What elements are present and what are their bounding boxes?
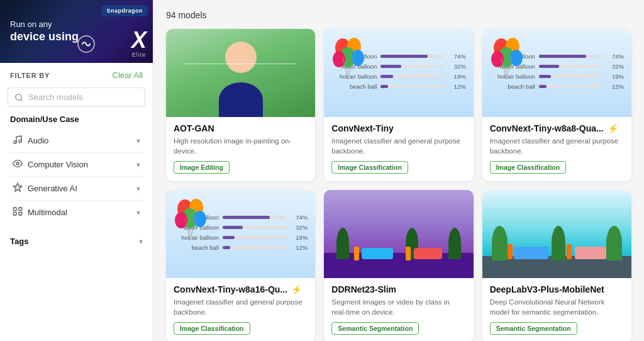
model-card-deeplabv3[interactable]: DeepLabV3-Plus-MobileNet Deep Convolutio… <box>482 190 631 341</box>
city-tree-1 <box>336 228 349 259</box>
card-desc-ddrnet23: Segment images or video by class in real… <box>331 297 465 317</box>
cv-item-left: Computer Vision <box>13 159 88 170</box>
card-image-convnext-tiny: balloon 74% water balloon 32% hot air ba… <box>324 29 473 117</box>
audio-label: Audio <box>28 136 48 145</box>
svg-rect-9 <box>13 212 16 215</box>
tag-semantic-seg-1[interactable]: Semantic Segmentation <box>331 322 419 335</box>
generative-ai-icon <box>13 182 23 194</box>
search-icon <box>14 93 23 102</box>
snapdragon-badge: Snapdragon <box>101 5 148 16</box>
card-image-convnext-tiny-w8a16: balloon 74% water balloon 32% hot air ba… <box>166 190 315 278</box>
card-title-convnext-tiny: ConvNext-Tiny <box>331 123 465 133</box>
card-title-text: ConvNext-Tiny <box>331 123 394 133</box>
sidebar-item-computer-vision[interactable]: Computer Vision ▾ <box>8 153 145 177</box>
card-body-convnext-tiny: ConvNext-Tiny Imagenet classifier and ge… <box>324 117 473 181</box>
audio-item-left: Audio <box>13 135 48 147</box>
card-title-text: DeepLabV3-Plus-MobileNet <box>490 284 604 294</box>
sidebar-item-multimodal[interactable]: Multimodal ▾ <box>8 201 145 224</box>
svg-rect-10 <box>19 212 22 215</box>
card-body-convnext-tiny-w8a8: ConvNext-Tiny-w8a8-Qua... ⚡ Imagenet cla… <box>482 117 631 181</box>
sidebar-item-generative-ai[interactable]: Generative AI ▾ <box>8 177 145 201</box>
card-title-convnext-tiny-w8a8: ConvNext-Tiny-w8a8-Qua... ⚡ <box>490 123 624 133</box>
card-title-text: ConvNext-Tiny-w8a8-Qua... <box>490 123 604 133</box>
search-input[interactable] <box>28 92 138 102</box>
audio-icon <box>13 135 23 147</box>
main-content: 94 models AOT-GAN High resolution image … <box>153 0 644 341</box>
street-car-1 <box>514 247 548 259</box>
cv-chevron-icon: ▾ <box>136 160 140 169</box>
city-scene <box>324 190 473 278</box>
tag-image-editing[interactable]: Image Editing <box>174 161 230 174</box>
card-title-text: ConvNext-Tiny-w8a16-Qu... <box>174 284 287 294</box>
tag-image-classification-2[interactable]: Image Classification <box>490 161 567 174</box>
city-person-2 <box>406 247 411 260</box>
card-title-text: AOT-GAN <box>174 123 214 133</box>
snapdragon-x-letter: X <box>131 29 147 52</box>
card-desc-aot-gan: High resolution image in-painting on-dev… <box>174 136 308 156</box>
model-card-convnext-tiny-w8a8[interactable]: balloon 74% water balloon 32% hot air ba… <box>482 29 631 181</box>
filter-label: FILTER BY <box>10 72 50 79</box>
computer-vision-icon <box>13 159 23 170</box>
svg-point-5 <box>16 162 19 165</box>
model-card-convnext-tiny[interactable]: balloon 74% water balloon 32% hot air ba… <box>324 29 473 181</box>
card-body-aot-gan: AOT-GAN High resolution image in-paintin… <box>166 117 315 181</box>
banner[interactable]: Run on any device using Snapdragon X Eli… <box>0 0 153 63</box>
card-body-ddrnet23: DDRNet23-Slim Segment images or video by… <box>324 278 473 341</box>
clear-all-button[interactable]: Clear All <box>113 70 143 80</box>
lightning-icon-2: ⚡ <box>291 284 302 294</box>
balloon-visual-2 <box>489 35 526 98</box>
street-tree-3 <box>606 226 622 260</box>
portrait-bg <box>166 29 315 117</box>
multimodal-chevron-icon: ▾ <box>136 208 140 217</box>
domain-title: Domain/Use Case <box>8 115 145 124</box>
sidebar: Run on any device using Snapdragon X Eli… <box>0 0 153 341</box>
snapdragon-logo-icon <box>76 34 96 54</box>
models-grid: AOT-GAN High resolution image in-paintin… <box>166 29 631 341</box>
svg-point-1 <box>16 94 21 99</box>
svg-rect-7 <box>13 208 16 211</box>
generative-ai-label: Generative AI <box>28 184 77 193</box>
sidebar-item-audio[interactable]: Audio ▾ <box>8 129 145 153</box>
balloon-visual <box>330 35 368 98</box>
city-tree-3 <box>448 228 461 259</box>
city-car-2 <box>414 248 442 259</box>
person-head <box>225 42 257 73</box>
card-body-convnext-tiny-w8a16: ConvNext-Tiny-w8a16-Qu... ⚡ Imagenet cla… <box>166 278 315 341</box>
street-scene <box>482 190 631 278</box>
multimodal-icon <box>13 206 23 218</box>
multimodal-label: Multimodal <box>28 208 67 217</box>
snapdragon-elite-label: Elite <box>132 52 147 58</box>
street-person-1 <box>508 244 513 259</box>
card-title-aot-gan: AOT-GAN <box>174 123 308 133</box>
search-box[interactable] <box>8 87 145 107</box>
tag-image-classification-3[interactable]: Image Classification <box>174 322 250 335</box>
tag-semantic-seg-2[interactable]: Semantic Segmentation <box>490 322 577 335</box>
card-body-deeplabv3: DeepLabV3-Plus-MobileNet Deep Convolutio… <box>482 278 631 341</box>
model-card-convnext-tiny-w8a16[interactable]: balloon 74% water balloon 32% hot air ba… <box>166 190 315 341</box>
filter-section: FILTER BY Clear All <box>0 63 153 85</box>
tag-image-classification-1[interactable]: Image Classification <box>331 161 408 174</box>
snapdragon-x-section: X Elite <box>131 29 147 58</box>
city-car-1 <box>362 248 393 259</box>
model-card-aot-gan[interactable]: AOT-GAN High resolution image in-paintin… <box>166 29 315 181</box>
tags-header[interactable]: Tags ▾ <box>8 232 145 251</box>
card-image-ddrnet23 <box>324 190 473 278</box>
lightning-icon: ⚡ <box>608 123 618 133</box>
models-count: 94 models <box>166 10 631 20</box>
computer-vision-label: Computer Vision <box>28 160 88 169</box>
domain-section: Domain/Use Case Audio ▾ Computer V <box>0 115 153 224</box>
person-body <box>219 82 263 117</box>
street-person-2 <box>567 244 572 259</box>
card-image-aot-gan <box>166 29 315 117</box>
card-desc-deeplabv3: Deep Convolutional Neural Network model … <box>490 297 624 317</box>
model-card-ddrnet23[interactable]: DDRNet23-Slim Segment images or video by… <box>324 190 473 341</box>
svg-rect-8 <box>19 208 22 211</box>
card-title-deeplabv3: DeepLabV3-Plus-MobileNet <box>490 284 624 294</box>
card-desc-convnext-tiny: Imagenet classifier and general purpose … <box>331 136 465 156</box>
gen-ai-chevron-icon: ▾ <box>136 184 140 193</box>
svg-point-3 <box>14 141 16 143</box>
svg-point-4 <box>19 140 21 143</box>
tags-section: Tags ▾ <box>0 224 153 251</box>
card-desc-convnext-tiny-w8a8: Imagenet classifier and general purpose … <box>490 136 624 156</box>
svg-line-2 <box>21 99 23 101</box>
